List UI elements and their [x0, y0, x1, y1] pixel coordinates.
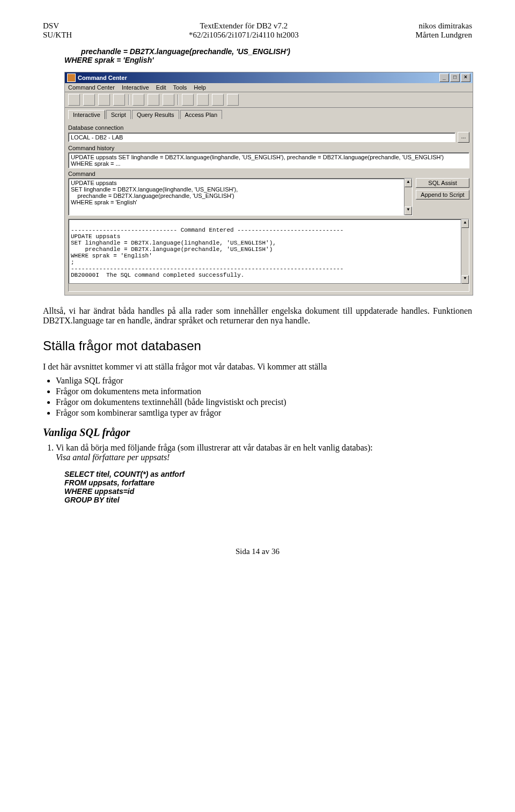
numbered-italic-text: Visa antal författare per uppsats!	[56, 453, 170, 462]
page-footer: Sida 14 av 36	[43, 547, 472, 556]
header-left: DSVSU/KTH	[43, 21, 72, 40]
toolbar-separator	[178, 94, 179, 105]
toolbar-button[interactable]	[197, 94, 209, 106]
app-icon	[67, 73, 76, 82]
list-item: Frågor som kombinerar samtliga typer av …	[56, 408, 472, 418]
command-history-label: Command history	[68, 145, 469, 151]
command-center-window: Command Center _ □ × Command Center Inte…	[64, 72, 473, 296]
paragraph-after-screenshot: Alltså, vi har ändrat båda handles på al…	[43, 306, 472, 326]
command-label: Command	[68, 171, 469, 177]
toolbar-button[interactable]	[227, 94, 239, 106]
tab-interactive[interactable]: Interactive	[68, 110, 105, 119]
command-history-field[interactable]: UPDATE uppsats SET linghandle = DB2TX.la…	[68, 152, 469, 168]
numbered-list: Vi kan då börja med följande fråga (som …	[56, 443, 472, 462]
output-text: ------------------------------ Command E…	[71, 227, 343, 278]
header-right: nikos dimitrakasMårten Lundgren	[416, 21, 472, 40]
scroll-down-icon[interactable]: ▼	[461, 275, 469, 284]
scroll-up-icon[interactable]: ▲	[461, 219, 469, 228]
toolbar-button[interactable]	[163, 94, 174, 106]
scroll-down-icon[interactable]: ▼	[404, 206, 412, 215]
subsection-heading: Vanliga SQL frågor	[43, 426, 472, 439]
toolbar-button[interactable]	[148, 94, 159, 106]
tab-query-results[interactable]: Query Results	[132, 110, 179, 119]
tab-script[interactable]: Script	[106, 110, 131, 119]
window-titlebar[interactable]: Command Center _ □ ×	[65, 72, 473, 83]
output-console[interactable]: ------------------------------ Command E…	[68, 219, 469, 292]
header-center: TextExtender för DB2 v7.2*62/2i1056/2i10…	[189, 21, 299, 40]
list-item: Vi kan då börja med följande fråga (som …	[56, 443, 472, 462]
menu-item[interactable]: Help	[194, 84, 206, 91]
menu-bar: Command Center Interactive Edit Tools He…	[65, 83, 473, 92]
toolbar-button[interactable]	[98, 94, 110, 106]
tab-access-plan[interactable]: Access Plan	[180, 110, 223, 119]
toolbar	[65, 92, 473, 108]
list-item: Frågor om dokumentens meta information	[56, 387, 472, 396]
maximize-button[interactable]: □	[450, 73, 460, 82]
hdr-l1: DSV	[43, 21, 59, 30]
hdr-r1: nikos dimitrakas	[418, 21, 472, 30]
close-button[interactable]: ×	[461, 73, 470, 82]
vertical-scrollbar[interactable]: ▲▼	[404, 179, 412, 215]
hdr-l2: SU/KTH	[43, 31, 72, 39]
list-item: Vanliga SQL frågor	[56, 376, 472, 386]
menu-item[interactable]: Tools	[173, 84, 187, 91]
command-text: UPDATE uppsats SET linghandle = DB2TX.la…	[71, 180, 238, 205]
code-snippet-top: prechandle = DB2TX.language(prechandle, …	[64, 47, 472, 64]
toolbar-button[interactable]	[133, 94, 144, 106]
toolbar-button[interactable]	[83, 94, 95, 106]
bullet-list: Vanliga SQL frågor Frågor om dokumentens…	[56, 376, 472, 418]
hdr-r2: Mårten Lundgren	[416, 31, 472, 39]
horizontal-scrollbar[interactable]	[69, 283, 461, 291]
db-connection-label: Database connection	[68, 124, 469, 131]
toolbar-button[interactable]	[68, 94, 80, 106]
scroll-up-icon[interactable]: ▲	[404, 179, 412, 187]
code-snippet-bottom: SELECT titel, COUNT(*) as antforf FROM u…	[64, 470, 472, 504]
main-panel: Database connection LOCAL - DB2 - LAB ..…	[65, 119, 473, 295]
hdr-c2: *62/2i1056/2i1071/2i4110 ht2003	[189, 31, 299, 39]
toolbar-separator	[128, 94, 129, 105]
list-item: Frågor om dokumentens textinnehåll (både…	[56, 397, 472, 407]
minimize-button[interactable]: _	[439, 73, 449, 82]
toolbar-button[interactable]	[113, 94, 125, 106]
db-browse-button[interactable]: ...	[458, 132, 469, 143]
command-textarea[interactable]: UPDATE uppsats SET linghandle = DB2TX.la…	[68, 178, 413, 216]
append-to-script-button[interactable]: Append to Script	[416, 190, 469, 200]
tab-bar: Interactive Script Query Results Access …	[65, 108, 473, 119]
vertical-scrollbar[interactable]: ▲▼	[461, 219, 469, 291]
section-heading: Ställa frågor mot databasen	[43, 338, 472, 353]
numbered-intro-text: Vi kan då börja med följande fråga (som …	[56, 443, 373, 452]
hdr-c1: TextExtender för DB2 v7.2	[200, 21, 288, 30]
section-intro: I det här avsnittet kommer vi att ställa…	[43, 362, 472, 372]
toolbar-button[interactable]	[182, 94, 194, 106]
sql-assist-button[interactable]: SQL Assist	[416, 178, 469, 188]
db-connection-field[interactable]: LOCAL - DB2 - LAB	[68, 132, 455, 142]
page-header: DSVSU/KTH TextExtender för DB2 v7.2*62/2…	[43, 21, 472, 40]
menu-item[interactable]: Command Center	[68, 84, 115, 91]
toolbar-button[interactable]	[212, 94, 224, 106]
menu-item[interactable]: Edit	[156, 84, 166, 91]
menu-item[interactable]: Interactive	[122, 84, 149, 91]
window-title: Command Center	[78, 75, 127, 81]
